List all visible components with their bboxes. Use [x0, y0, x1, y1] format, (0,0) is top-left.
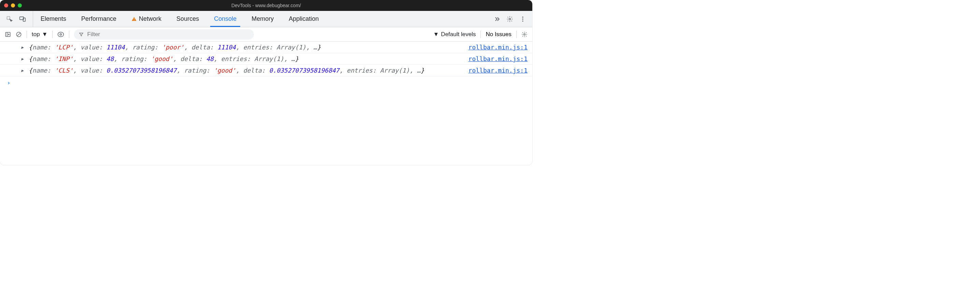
tab-application[interactable]: Application: [281, 11, 326, 27]
divider: [52, 31, 52, 38]
divider: [480, 31, 481, 38]
traffic-lights: [4, 3, 22, 8]
filter-input[interactable]: [87, 31, 249, 38]
console-messages: ▶{name: 'LCP', value: 11104, rating: 'po…: [0, 41, 532, 76]
svg-point-6: [522, 16, 523, 17]
divider: [69, 31, 69, 38]
log-content: {name: 'INP', value: 48, rating: 'good',…: [21, 55, 462, 62]
console-prompt[interactable]: ›: [0, 76, 532, 89]
context-label: top: [32, 31, 40, 38]
chevron-down-icon: ▼: [42, 31, 48, 38]
log-content: rollbar.min.js:1{name: 'CLS', value: 0.0…: [21, 67, 528, 74]
expand-arrow-icon[interactable]: ▶: [21, 45, 24, 50]
window-title: DevTools - www.debugbear.com/: [231, 3, 301, 8]
device-toggle-icon[interactable]: [19, 16, 26, 22]
svg-point-8: [522, 21, 523, 22]
tab-sources[interactable]: Sources: [169, 11, 207, 27]
more-tabs-icon[interactable]: [493, 16, 500, 22]
sidebar-toggle-icon[interactable]: [5, 32, 11, 38]
close-window-button[interactable]: [4, 3, 8, 8]
console-toolbar: top ▼ ▼ Default levels No Issues: [0, 27, 532, 41]
svg-line-12: [18, 33, 21, 36]
kebab-menu-icon[interactable]: [519, 16, 526, 22]
tab-label: Elements: [41, 15, 66, 22]
tab-label: Console: [214, 15, 237, 22]
filter-box[interactable]: [74, 29, 253, 40]
tab-network[interactable]: Network: [124, 11, 169, 27]
inspect-element-icon[interactable]: [6, 16, 13, 22]
tab-label: Application: [289, 15, 319, 22]
tabbar: ElementsPerformanceNetworkSourcesConsole…: [0, 11, 532, 27]
log-levels-selector[interactable]: ▼ Default levels: [433, 31, 476, 38]
expand-arrow-icon[interactable]: ▶: [21, 57, 24, 61]
log-source-link[interactable]: rollbar.min.js:1: [468, 55, 528, 62]
console-settings-icon[interactable]: [522, 32, 528, 38]
log-source-link[interactable]: rollbar.min.js:1: [468, 67, 528, 74]
log-row[interactable]: ▶rollbar.min.js:1{name: 'CLS', value: 0.…: [0, 65, 532, 76]
svg-point-14: [524, 33, 525, 35]
chevron-down-icon: ▼: [433, 31, 439, 38]
settings-icon[interactable]: [506, 16, 513, 22]
panel-tabs: ElementsPerformanceNetworkSourcesConsole…: [33, 11, 487, 27]
live-expression-icon[interactable]: [57, 31, 64, 38]
context-selector[interactable]: top ▼: [32, 31, 48, 38]
titlebar[interactable]: DevTools - www.debugbear.com/: [0, 0, 532, 11]
tab-label: Performance: [81, 15, 116, 22]
tab-performance[interactable]: Performance: [74, 11, 124, 27]
divider: [516, 31, 517, 38]
tab-elements[interactable]: Elements: [33, 11, 74, 27]
log-row[interactable]: ▶{name: 'INP', value: 48, rating: 'good'…: [0, 53, 532, 65]
svg-point-5: [509, 18, 511, 20]
tab-label: Network: [139, 15, 161, 22]
tab-console[interactable]: Console: [207, 11, 244, 27]
svg-point-13: [60, 33, 62, 35]
clear-console-icon[interactable]: [16, 32, 22, 38]
log-source-link[interactable]: rollbar.min.js:1: [468, 44, 528, 51]
svg-point-7: [522, 18, 523, 19]
divider: [27, 31, 27, 38]
tab-label: Sources: [177, 15, 199, 22]
log-row[interactable]: ▶{name: 'LCP', value: 11104, rating: 'po…: [0, 41, 532, 53]
levels-label: Default levels: [441, 31, 476, 38]
warning-icon: [131, 16, 137, 22]
log-content: {name: 'LCP', value: 11104, rating: 'poo…: [21, 44, 462, 51]
issues-label[interactable]: No Issues: [485, 31, 512, 38]
expand-arrow-icon[interactable]: ▶: [21, 68, 24, 73]
maximize-window-button[interactable]: [18, 3, 22, 8]
tab-label: Memory: [251, 15, 274, 22]
filter-icon: [79, 32, 84, 37]
minimize-window-button[interactable]: [11, 3, 15, 8]
tab-memory[interactable]: Memory: [244, 11, 281, 27]
